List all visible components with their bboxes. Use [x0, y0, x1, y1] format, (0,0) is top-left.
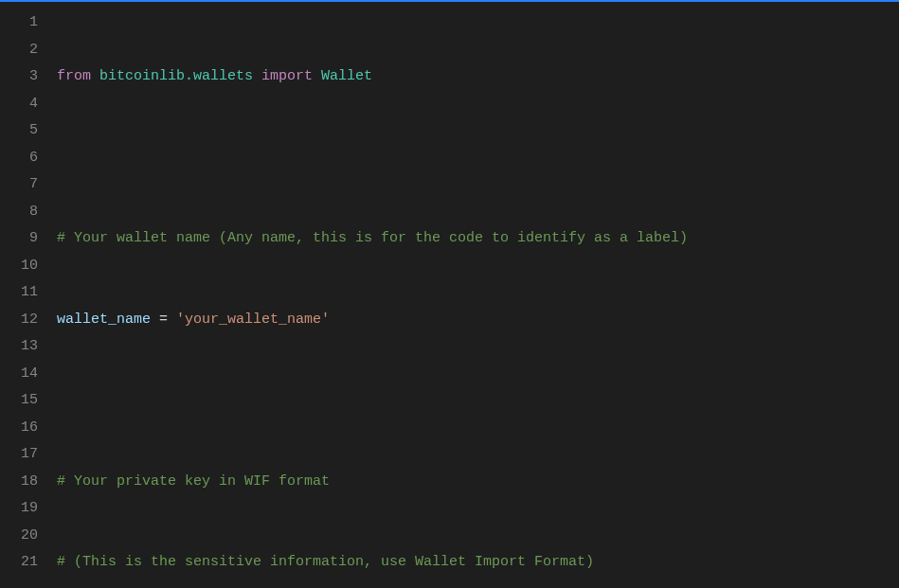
- line-number: 8: [0, 199, 38, 226]
- line-number: 10: [0, 253, 38, 280]
- line-number: 19: [0, 495, 38, 523]
- line-number: 1: [0, 9, 38, 37]
- line-number: 13: [0, 333, 38, 361]
- line-number: 14: [0, 361, 38, 388]
- line-number: 2: [0, 37, 38, 64]
- line-number-gutter: 1 2 3 4 5 6 7 8 9 10 11 12 13 14 15 16 1…: [0, 2, 57, 588]
- line-number: 16: [0, 415, 38, 442]
- code-content[interactable]: from bitcoinlib.wallets import Wallet # …: [57, 2, 899, 588]
- code-line[interactable]: # (This is the sensitive information, us…: [57, 549, 899, 577]
- line-number: 7: [0, 171, 38, 199]
- line-number: 11: [0, 279, 38, 307]
- code-editor[interactable]: 1 2 3 4 5 6 7 8 9 10 11 12 13 14 15 16 1…: [0, 2, 899, 588]
- code-line[interactable]: [57, 145, 899, 172]
- line-number: 17: [0, 441, 38, 469]
- code-line[interactable]: # Your private key in WIF format: [57, 469, 899, 496]
- code-line[interactable]: [57, 387, 899, 415]
- line-number: 18: [0, 469, 38, 496]
- code-line[interactable]: # Your wallet name (Any name, this is fo…: [57, 225, 899, 253]
- code-line[interactable]: wallet_name = 'your_wallet_name': [57, 307, 899, 334]
- line-number: 15: [0, 387, 38, 415]
- line-number: 20: [0, 523, 38, 550]
- line-number: 9: [0, 225, 38, 253]
- line-number: 12: [0, 307, 38, 334]
- code-line[interactable]: from bitcoinlib.wallets import Wallet: [57, 63, 899, 91]
- line-number: 6: [0, 145, 38, 172]
- line-number: 5: [0, 117, 38, 145]
- line-number: 4: [0, 91, 38, 118]
- line-number: 3: [0, 63, 38, 91]
- line-number: 21: [0, 549, 38, 577]
